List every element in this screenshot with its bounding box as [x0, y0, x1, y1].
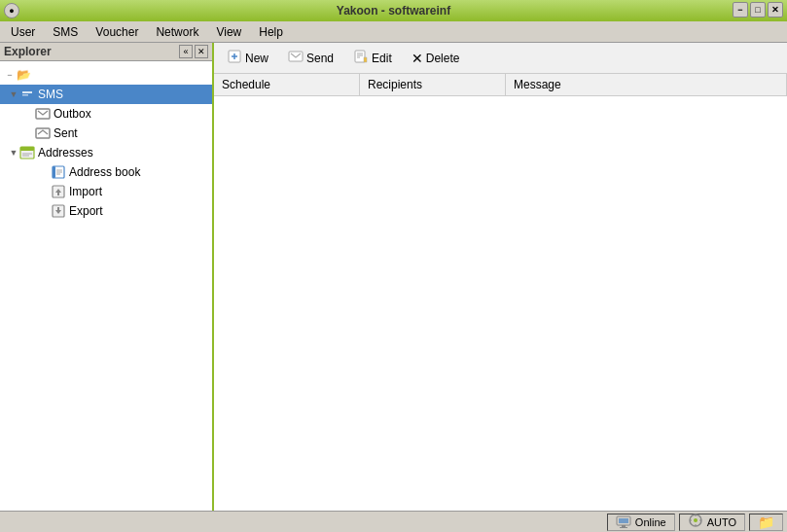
svg-rect-2 — [22, 94, 28, 96]
tree-item-outbox[interactable]: ▶ Outbox — [0, 104, 212, 124]
import-icon — [51, 184, 66, 199]
svg-rect-22 — [355, 51, 365, 62]
root-folder-icon: 📂 — [16, 67, 31, 83]
tree-item-export[interactable]: ▶ Export — [0, 201, 212, 221]
status-online: Online — [607, 514, 675, 531]
svg-rect-28 — [619, 518, 628, 523]
status-mode: AUTO — [679, 514, 745, 531]
menu-sms[interactable]: SMS — [44, 22, 87, 42]
send-label: Send — [306, 52, 334, 65]
tree-item-address-book[interactable]: ▶ Address book — [0, 162, 212, 182]
sidebar-close-button[interactable]: ✕ — [195, 45, 208, 58]
svg-point-32 — [694, 518, 698, 522]
sms-label: SMS — [38, 88, 63, 101]
tree-item-sent[interactable]: ▶ Sent — [0, 124, 212, 143]
tree-item-addresses[interactable]: ▼ Addresses — [0, 143, 212, 162]
export-label: Export — [69, 204, 103, 218]
menu-bar: User SMS Voucher Network View Help — [0, 21, 787, 43]
menu-voucher[interactable]: Voucher — [87, 22, 147, 42]
send-button[interactable]: Send — [279, 45, 342, 71]
delete-icon: ✕ — [411, 51, 423, 66]
addresses-icon — [19, 145, 35, 160]
sms-folder-icon — [19, 87, 35, 102]
online-icon — [616, 513, 631, 531]
delete-button[interactable]: ✕ Delete — [403, 47, 469, 70]
edit-icon — [353, 49, 369, 67]
sidebar-collapse-button[interactable]: « — [179, 45, 193, 58]
new-icon — [227, 49, 242, 67]
address-book-label: Address book — [69, 165, 140, 179]
menu-view[interactable]: View — [207, 22, 250, 42]
title-bar: ● Yakoon - softwareinf − □ ✕ — [0, 0, 787, 21]
sent-icon — [35, 125, 51, 141]
mode-icon — [688, 513, 703, 531]
maximize-button[interactable]: □ — [750, 2, 766, 18]
sidebar: Explorer « ✕ − 📂 ▼ — [0, 43, 214, 511]
svg-rect-29 — [622, 525, 626, 527]
window-controls: − □ ✕ — [733, 2, 783, 18]
import-label: Import — [69, 185, 102, 198]
send-icon — [288, 49, 304, 67]
addresses-label: Addresses — [38, 146, 93, 160]
export-icon — [51, 203, 66, 219]
sidebar-controls: « ✕ — [179, 45, 208, 58]
delete-label: Delete — [426, 52, 460, 65]
outbox-icon — [35, 106, 51, 122]
svg-rect-6 — [20, 147, 34, 151]
col-header-recipients[interactable]: Recipients — [360, 74, 506, 95]
new-button[interactable]: New — [218, 45, 277, 71]
svg-marker-26 — [364, 57, 367, 62]
sidebar-title: Explorer — [4, 45, 52, 58]
svg-rect-21 — [289, 52, 303, 61]
svg-rect-10 — [53, 166, 55, 178]
new-label: New — [245, 52, 268, 65]
table-body — [214, 96, 787, 511]
mode-label: AUTO — [707, 516, 736, 528]
tree-root: − 📂 — [0, 65, 212, 85]
tree: − 📂 ▼ SMS ▶ — [0, 61, 212, 511]
toolbar: New Send — [214, 43, 787, 74]
sent-label: Sent — [54, 126, 78, 140]
window-title: Yakoon - softwareinf — [337, 4, 450, 18]
edit-label: Edit — [372, 52, 392, 65]
col-header-message[interactable]: Message — [506, 74, 787, 95]
svg-rect-30 — [620, 527, 627, 528]
tree-item-sms[interactable]: ▼ SMS — [0, 85, 212, 104]
content-area: New Send — [214, 43, 787, 511]
svg-rect-3 — [36, 109, 50, 119]
window-left-button[interactable]: ● — [4, 3, 19, 18]
menu-help[interactable]: Help — [250, 22, 292, 42]
root-expander[interactable]: − — [4, 69, 16, 81]
svg-rect-1 — [22, 91, 32, 93]
status-bar: Online AUTO 📁 — [0, 511, 787, 532]
addresses-expander[interactable]: ▼ — [8, 147, 19, 159]
outbox-label: Outbox — [54, 107, 91, 121]
address-book-icon — [51, 164, 66, 180]
status-folder: 📁 — [749, 514, 783, 531]
tree-item-import[interactable]: ▶ Import — [0, 182, 212, 201]
col-header-schedule[interactable]: Schedule — [214, 74, 360, 95]
online-label: Online — [635, 516, 666, 528]
sms-expander[interactable]: ▼ — [8, 89, 19, 100]
main-area: Explorer « ✕ − 📂 ▼ — [0, 43, 787, 511]
folder-icon: 📁 — [758, 514, 774, 530]
menu-user[interactable]: User — [2, 22, 44, 42]
close-button[interactable]: ✕ — [768, 2, 783, 18]
minimize-button[interactable]: − — [733, 2, 748, 18]
sidebar-header: Explorer « ✕ — [0, 43, 212, 61]
table-header: Schedule Recipients Message — [214, 74, 787, 96]
menu-network[interactable]: Network — [147, 22, 207, 42]
edit-button[interactable]: Edit — [344, 45, 401, 71]
